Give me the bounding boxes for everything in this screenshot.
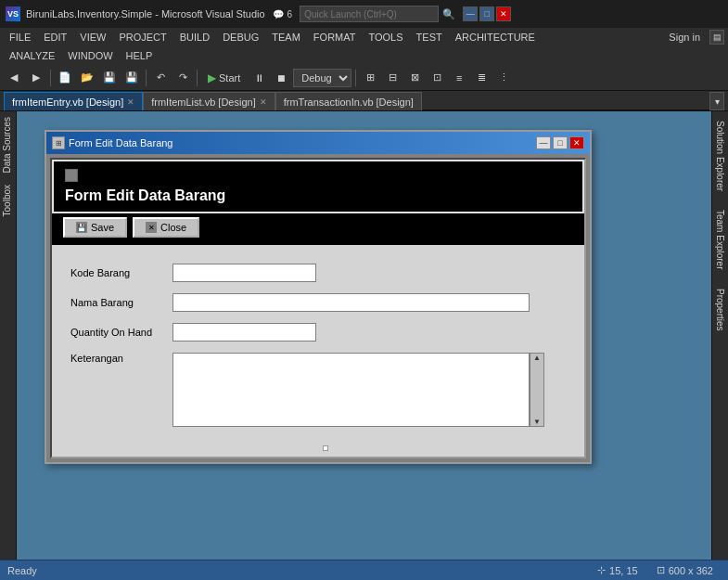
properties-label[interactable]: Properties bbox=[715, 289, 725, 331]
quick-launch-input[interactable] bbox=[300, 6, 439, 22]
menu-file[interactable]: FILE bbox=[4, 31, 36, 44]
form-body: Kode Barang Nama Barang Quantity On Hand bbox=[52, 245, 584, 457]
form-maximize-button[interactable]: □ bbox=[553, 136, 568, 149]
tab-close-1[interactable]: ✕ bbox=[260, 97, 267, 107]
vs-logo-text: VS bbox=[7, 9, 19, 19]
form-row-quantity: Quantity On Hand bbox=[70, 323, 566, 342]
menu-format[interactable]: FORMAT bbox=[308, 31, 362, 44]
toolbar-btn-6[interactable]: ≣ bbox=[471, 68, 492, 88]
textarea-scrollbar[interactable]: ▲ ▼ bbox=[530, 353, 544, 427]
toolbar-btn-2[interactable]: ⊟ bbox=[382, 68, 402, 88]
tab-overflow-button[interactable]: ▾ bbox=[709, 92, 724, 110]
content-area: Data Sources Toolbox ⊞ Form Edit Data Ba… bbox=[0, 111, 728, 560]
open-button[interactable]: 📂 bbox=[77, 68, 97, 88]
undo-button[interactable]: ↶ bbox=[150, 68, 171, 88]
textarea-container: ▲ ▼ bbox=[172, 353, 544, 427]
input-nama-barang[interactable] bbox=[172, 293, 530, 312]
menu-architecture[interactable]: ARCHITECTURE bbox=[450, 31, 541, 44]
toolbar-btn-4[interactable]: ⊡ bbox=[427, 68, 447, 88]
start-button[interactable]: ▶ Start bbox=[201, 70, 247, 86]
form-title-bar: ⊞ Form Edit Data Barang — □ ✕ bbox=[46, 132, 590, 154]
form-title: Form Edit Data Barang bbox=[69, 137, 173, 148]
vs-window: VS BiruniLabs.Inventory.Simple - Microso… bbox=[0, 0, 728, 580]
left-sidebar: Data Sources Toolbox bbox=[0, 111, 17, 560]
back-button[interactable]: ◀ bbox=[4, 68, 24, 88]
form-save-button[interactable]: 💾 Save bbox=[63, 217, 127, 238]
form-header-icon bbox=[65, 169, 78, 182]
label-quantity-on-hand: Quantity On Hand bbox=[70, 327, 172, 338]
status-ready: Ready bbox=[7, 565, 597, 576]
save-icon: 💾 bbox=[76, 222, 87, 233]
form-title-controls: — □ ✕ bbox=[536, 136, 584, 149]
menu-view[interactable]: VIEW bbox=[74, 31, 111, 44]
size-icon: ⊡ bbox=[657, 564, 665, 576]
team-explorer-label[interactable]: Team Explorer bbox=[715, 210, 725, 269]
pause-button[interactable]: ⏸ bbox=[249, 68, 269, 88]
new-file-button[interactable]: 📄 bbox=[55, 68, 75, 88]
search-area[interactable]: 🔍 bbox=[300, 6, 455, 22]
form-close-form-button[interactable]: ✕ Close bbox=[133, 217, 199, 238]
menu-debug[interactable]: DEBUG bbox=[217, 31, 264, 44]
right-sidebar-labels: Solution Explorer Team Explorer Properti… bbox=[715, 111, 725, 330]
tab-label-2: frmTransactionIn.vb [Design] bbox=[284, 97, 414, 108]
form-inner-container: Form Edit Data Barang 💾 Save ✕ Close bbox=[46, 154, 590, 462]
scroll-down-arrow[interactable]: ▼ bbox=[533, 418, 541, 426]
status-bar: Ready ⊹ 15, 15 ⊡ 600 x 362 bbox=[0, 560, 728, 580]
title-bar: VS BiruniLabs.Inventory.Simple - Microso… bbox=[0, 0, 728, 28]
maximize-button[interactable]: □ bbox=[479, 6, 494, 21]
title-bar-controls: — □ ✕ bbox=[463, 6, 511, 21]
vs-logo: VS bbox=[6, 6, 20, 21]
menu-project[interactable]: PROJECT bbox=[113, 31, 172, 44]
menu-bar: FILE EDIT VIEW PROJECT BUILD DEBUG TEAM … bbox=[0, 28, 728, 46]
form-header: Form Edit Data Barang bbox=[54, 161, 582, 212]
resize-handle[interactable] bbox=[323, 445, 328, 451]
toolbox-label[interactable]: Toolbox bbox=[0, 179, 16, 222]
tab-frm-item-list[interactable]: frmItemList.vb [Design] ✕ bbox=[143, 92, 275, 110]
menu-window[interactable]: WINDOW bbox=[62, 49, 118, 62]
form-window: ⊞ Form Edit Data Barang — □ ✕ bbox=[45, 130, 592, 464]
close-icon: ✕ bbox=[146, 222, 157, 233]
form-close-button[interactable]: ✕ bbox=[569, 136, 584, 149]
status-coords: 15, 15 bbox=[609, 565, 638, 576]
solution-explorer-label[interactable]: Solution Explorer bbox=[715, 121, 725, 191]
tab-close-0[interactable]: ✕ bbox=[127, 97, 134, 107]
account-icon[interactable]: ▤ bbox=[709, 30, 724, 45]
design-canvas[interactable]: ⊞ Form Edit Data Barang — □ ✕ bbox=[17, 111, 711, 560]
input-quantity[interactable] bbox=[172, 323, 316, 342]
data-sources-label[interactable]: Data Sources bbox=[0, 111, 16, 179]
forward-button[interactable]: ▶ bbox=[26, 68, 46, 88]
play-icon: ▶ bbox=[208, 71, 216, 84]
toolbar: ◀ ▶ 📄 📂 💾 💾 ↶ ↷ ▶ Start ⏸ ⏹ Debug ⊞ ⊟ ⊠ … bbox=[0, 65, 728, 91]
tab-label-1: frmItemList.vb [Design] bbox=[151, 97, 255, 108]
form-row-kode-barang: Kode Barang bbox=[70, 264, 566, 282]
scroll-up-arrow[interactable]: ▲ bbox=[533, 354, 541, 362]
minimize-button[interactable]: — bbox=[463, 6, 478, 21]
debug-mode-dropdown[interactable]: Debug bbox=[293, 69, 351, 87]
tab-frm-transaction-in[interactable]: frmTransactionIn.vb [Design] bbox=[275, 92, 422, 110]
form-header-title: Form Edit Data Barang bbox=[65, 187, 571, 204]
toolbar-btn-7[interactable]: ⋮ bbox=[493, 68, 514, 88]
label-keterangan: Keterangan bbox=[70, 353, 172, 364]
form-minimize-button[interactable]: — bbox=[536, 136, 551, 149]
save-button[interactable]: 💾 bbox=[99, 68, 120, 88]
close-button[interactable]: ✕ bbox=[496, 6, 511, 21]
menu-tools[interactable]: TOOLS bbox=[363, 31, 408, 44]
menu-help[interactable]: HELP bbox=[121, 49, 159, 62]
save-all-button[interactable]: 💾 bbox=[121, 68, 142, 88]
title-bar-left: VS BiruniLabs.Inventory.Simple - Microso… bbox=[6, 6, 265, 21]
tab-frm-item-entry[interactable]: frmItemEntry.vb [Design] ✕ bbox=[4, 92, 143, 110]
toolbar-btn-5[interactable]: ≡ bbox=[449, 68, 469, 88]
sign-in-link[interactable]: Sign in bbox=[661, 32, 708, 43]
toolbar-btn-1[interactable]: ⊞ bbox=[360, 68, 380, 88]
input-keterangan[interactable] bbox=[172, 353, 530, 427]
menu-team[interactable]: TEAM bbox=[266, 31, 306, 44]
stop-button[interactable]: ⏹ bbox=[271, 68, 291, 88]
menu-test[interactable]: TEST bbox=[411, 31, 448, 44]
input-kode-barang[interactable] bbox=[172, 264, 316, 282]
menu-edit[interactable]: EDIT bbox=[38, 31, 72, 44]
menu-build[interactable]: BUILD bbox=[174, 31, 215, 44]
toolbar-btn-3[interactable]: ⊠ bbox=[404, 68, 425, 88]
redo-button[interactable]: ↷ bbox=[172, 68, 193, 88]
menu-analyze[interactable]: ANALYZE bbox=[4, 49, 60, 62]
notification-area: 💬 6 bbox=[273, 9, 293, 19]
